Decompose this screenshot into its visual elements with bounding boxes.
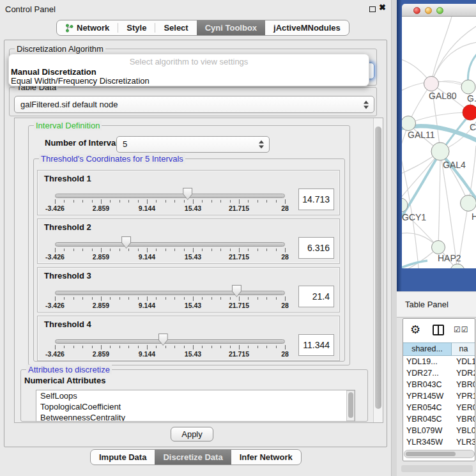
network-edge[interactable]	[438, 151, 440, 247]
scrollbar-thumb[interactable]	[375, 127, 381, 409]
screen: Control Panel ✖ NetworkStyleSelectCyni T…	[0, 0, 476, 476]
network-node-hap2[interactable]	[432, 241, 445, 254]
slider-tick-label: 28	[281, 302, 289, 309]
slider-minor-tick	[110, 249, 111, 251]
tab-impute-data[interactable]: Impute Data	[91, 450, 155, 464]
slider-minor-tick	[64, 200, 65, 203]
table-row[interactable]: YER054CYER0	[403, 402, 475, 413]
tab-cyni-toolbox[interactable]: Cyni Toolbox	[197, 20, 265, 35]
network-window-titlebar[interactable]	[402, 4, 476, 17]
slider-minor-tick	[92, 249, 93, 251]
group-label: Attributes to discretize	[26, 365, 112, 374]
float-window-icon[interactable]	[369, 6, 376, 12]
network-node-label: G.	[467, 93, 476, 104]
vertical-scrollbar[interactable]	[373, 118, 383, 422]
threshold-value-field[interactable]: 6.316	[298, 237, 334, 259]
slider-tick-label: 21.715	[229, 302, 249, 309]
popup-option-manual-discretization[interactable]: Manual Discretization	[11, 67, 96, 77]
network-edge[interactable]	[402, 151, 440, 204]
network-node-h[interactable]	[461, 196, 476, 211]
tab-style[interactable]: Style	[118, 20, 155, 35]
horizontal-scrollbar[interactable]	[404, 450, 475, 458]
close-traffic-light-icon[interactable]	[413, 7, 420, 14]
slider-tick-label: 2.859	[93, 253, 109, 261]
cell-shared-name: YER054C	[403, 402, 452, 413]
slider-minor-tick	[156, 200, 157, 203]
network-edge[interactable]	[431, 26, 476, 84]
table-row[interactable]: YPR145WYPR1	[403, 390, 475, 402]
slider-minor-tick	[138, 200, 139, 203]
slider-track[interactable]	[55, 242, 285, 247]
threshold-value-field[interactable]: 14.713	[298, 188, 334, 210]
checkboxes-icon[interactable]: ☑☑	[454, 325, 469, 334]
network-node-label: GAL4	[443, 160, 466, 170]
slider-tick-label: 9.144	[139, 204, 155, 212]
popup-option-equal-width-frequency-discretization[interactable]: Equal Width/Frequency Discretization	[11, 76, 150, 86]
column-header-shared[interactable]: shared...	[403, 342, 452, 356]
tab-infer-network[interactable]: Infer Network	[231, 450, 301, 464]
threshold-value-field[interactable]: 11.344	[298, 334, 334, 356]
table-row[interactable]: YIL052CYIL0	[403, 448, 475, 449]
scrollbar-thumb[interactable]	[348, 392, 353, 418]
network-edge-highlighted[interactable]	[402, 261, 427, 268]
cell-shared-name: YIL052C	[403, 448, 452, 449]
number-of-intervals-label: Number of Intervals	[45, 138, 123, 148]
table-data-combobox[interactable]: galFiltered.sif default node	[14, 96, 374, 113]
network-canvas[interactable]: GAL80G.CGAL11GAL4GCY1HHAP2	[402, 17, 476, 268]
minimize-traffic-light-icon[interactable]	[425, 7, 432, 14]
table-row[interactable]: YBR045CYBR0	[403, 413, 475, 425]
threshold-value-field[interactable]: 21.4	[298, 286, 334, 307]
tab-network[interactable]: Network	[57, 20, 118, 35]
slider-thumb[interactable]	[158, 334, 168, 346]
network-node-gal4[interactable]	[431, 142, 449, 160]
slider-track[interactable]	[55, 291, 285, 295]
scrollbar-thumb[interactable]	[406, 452, 456, 456]
network-edge[interactable]	[431, 42, 476, 84]
slider-major-tick	[285, 199, 286, 204]
network-edge[interactable]	[402, 204, 438, 247]
list-vertical-scrollbar[interactable]	[346, 390, 355, 421]
slider-tick-label: 28	[281, 350, 289, 358]
network-edge[interactable]	[408, 112, 470, 123]
list-item[interactable]: SelfLoops	[36, 390, 355, 401]
slider-track[interactable]	[55, 339, 285, 344]
slider-tick-label: 9.144	[139, 350, 155, 358]
gear-icon[interactable]: ⚙	[410, 323, 420, 337]
zoom-traffic-light-icon[interactable]	[436, 7, 443, 14]
slider-major-tick	[147, 248, 148, 252]
list-item[interactable]: TopologicalCoefficient	[36, 401, 355, 412]
control-panel-tabbar: NetworkStyleSelectCyni ToolboxjActiveMNo…	[56, 20, 349, 36]
numerical-attributes-list[interactable]: SelfLoopsTopologicalCoefficientBetweenne…	[36, 390, 355, 422]
network-node-gal11[interactable]	[402, 116, 416, 131]
slider-tick-label: 28	[281, 204, 289, 212]
apply-button[interactable]: Apply	[171, 427, 213, 441]
close-icon[interactable]: ✖	[379, 3, 386, 12]
table-row[interactable]: YLR345WYLR3	[403, 436, 475, 448]
table-row[interactable]: YBR043CYBR0	[403, 379, 475, 390]
network-edge[interactable]	[431, 17, 452, 84]
table-row[interactable]: YDR27...YDR2	[403, 367, 475, 379]
slider-thumb[interactable]	[121, 236, 131, 249]
network-node-g[interactable]	[461, 80, 475, 94]
slider-tick-label: 21.715	[229, 350, 249, 358]
tab-select[interactable]: Select	[155, 20, 196, 35]
table-header-row: shared...na	[403, 342, 475, 356]
column-header-na[interactable]: na	[452, 342, 475, 356]
table-row[interactable]: YBL079WYBL0	[403, 425, 475, 436]
number-of-intervals-combobox[interactable]: 5	[116, 136, 270, 153]
slider-thumb[interactable]	[232, 285, 242, 297]
columns-icon[interactable]	[433, 325, 444, 335]
network-node-gal80[interactable]	[424, 77, 439, 91]
slider-major-tick	[239, 345, 240, 349]
slider-track[interactable]	[55, 194, 285, 198]
slider-tick-label: 2.859	[93, 302, 109, 309]
tab-jactivemnodules[interactable]: jActiveMNodules	[265, 20, 349, 35]
slider-minor-tick	[165, 346, 166, 348]
slider-thumb[interactable]	[183, 188, 192, 200]
tab-discretize-data[interactable]: Discretize Data	[155, 450, 231, 464]
list-item[interactable]: BetweennessCentrality	[36, 412, 355, 422]
tab-label: Cyni Toolbox	[205, 23, 257, 33]
table-row[interactable]: YDL19...YDL1	[403, 356, 475, 367]
slider-minor-tick	[266, 346, 267, 348]
network-node-c[interactable]	[463, 105, 476, 120]
